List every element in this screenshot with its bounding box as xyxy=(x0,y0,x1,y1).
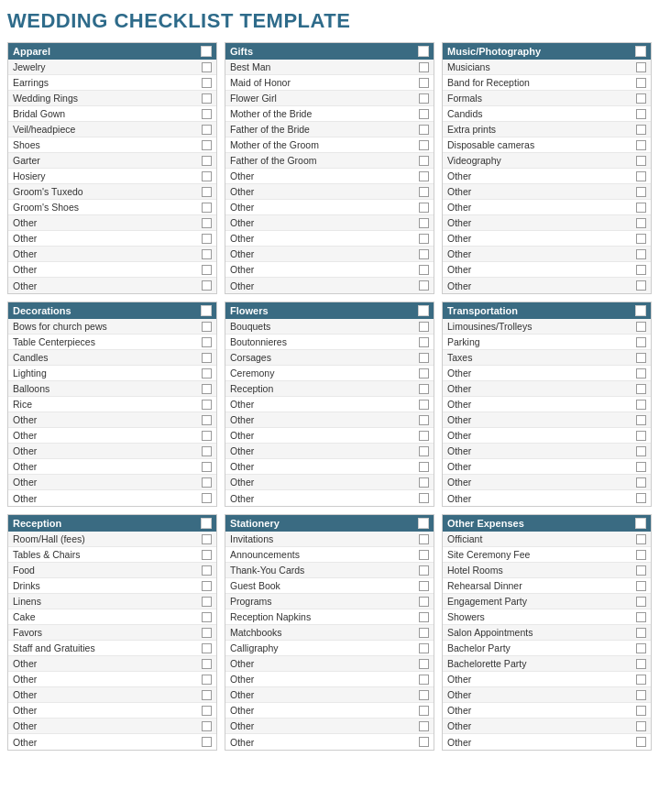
item-checkbox[interactable] xyxy=(419,477,429,488)
item-checkbox[interactable] xyxy=(202,125,212,135)
item-checkbox[interactable] xyxy=(202,384,212,394)
item-checkbox[interactable] xyxy=(202,93,212,104)
item-checkbox[interactable] xyxy=(419,415,429,425)
item-checkbox[interactable] xyxy=(202,400,212,410)
item-checkbox[interactable] xyxy=(202,187,212,197)
item-checkbox[interactable] xyxy=(419,550,429,560)
item-checkbox[interactable] xyxy=(419,628,429,638)
section-checkbox-reception[interactable] xyxy=(201,518,212,529)
item-checkbox[interactable] xyxy=(419,659,429,669)
section-checkbox-music-photography[interactable] xyxy=(635,46,646,57)
item-checkbox[interactable] xyxy=(202,171,212,181)
item-checkbox[interactable] xyxy=(636,353,646,363)
item-checkbox[interactable] xyxy=(636,265,646,275)
item-checkbox[interactable] xyxy=(419,140,429,150)
item-checkbox[interactable] xyxy=(202,534,212,544)
item-checkbox[interactable] xyxy=(419,337,429,347)
item-checkbox[interactable] xyxy=(636,218,646,228)
section-checkbox-flowers[interactable] xyxy=(418,305,429,316)
item-checkbox[interactable] xyxy=(636,322,646,332)
item-checkbox[interactable] xyxy=(202,628,212,638)
item-checkbox[interactable] xyxy=(636,597,646,607)
item-checkbox[interactable] xyxy=(419,62,429,72)
item-checkbox[interactable] xyxy=(636,415,646,425)
item-checkbox[interactable] xyxy=(419,462,429,472)
item-checkbox[interactable] xyxy=(636,156,646,166)
item-checkbox[interactable] xyxy=(636,643,646,653)
item-checkbox[interactable] xyxy=(636,171,646,181)
item-checkbox[interactable] xyxy=(636,706,646,716)
section-checkbox-stationery[interactable] xyxy=(418,518,429,529)
item-checkbox[interactable] xyxy=(419,109,429,119)
item-checkbox[interactable] xyxy=(202,140,212,150)
item-checkbox[interactable] xyxy=(636,109,646,119)
section-checkbox-apparel[interactable] xyxy=(201,46,212,57)
item-checkbox[interactable] xyxy=(636,659,646,669)
item-checkbox[interactable] xyxy=(419,446,429,456)
item-checkbox[interactable] xyxy=(419,203,429,213)
item-checkbox[interactable] xyxy=(636,493,646,503)
item-checkbox[interactable] xyxy=(419,125,429,135)
item-checkbox[interactable] xyxy=(636,446,646,456)
item-checkbox[interactable] xyxy=(202,280,212,291)
item-checkbox[interactable] xyxy=(636,140,646,150)
item-checkbox[interactable] xyxy=(419,322,429,332)
item-checkbox[interactable] xyxy=(419,280,429,291)
item-checkbox[interactable] xyxy=(419,187,429,197)
item-checkbox[interactable] xyxy=(419,265,429,275)
item-checkbox[interactable] xyxy=(419,93,429,104)
item-checkbox[interactable] xyxy=(202,62,212,72)
item-checkbox[interactable] xyxy=(636,721,646,731)
item-checkbox[interactable] xyxy=(636,125,646,135)
item-checkbox[interactable] xyxy=(636,612,646,622)
item-checkbox[interactable] xyxy=(202,368,212,379)
item-checkbox[interactable] xyxy=(202,612,212,622)
item-checkbox[interactable] xyxy=(202,156,212,166)
item-checkbox[interactable] xyxy=(202,659,212,669)
item-checkbox[interactable] xyxy=(419,234,429,244)
item-checkbox[interactable] xyxy=(202,203,212,213)
item-checkbox[interactable] xyxy=(202,322,212,332)
item-checkbox[interactable] xyxy=(202,643,212,653)
section-checkbox-gifts[interactable] xyxy=(418,46,429,57)
item-checkbox[interactable] xyxy=(636,368,646,379)
item-checkbox[interactable] xyxy=(419,218,429,228)
item-checkbox[interactable] xyxy=(636,187,646,197)
item-checkbox[interactable] xyxy=(636,690,646,700)
item-checkbox[interactable] xyxy=(636,628,646,638)
item-checkbox[interactable] xyxy=(419,706,429,716)
item-checkbox[interactable] xyxy=(636,737,646,747)
item-checkbox[interactable] xyxy=(419,400,429,410)
item-checkbox[interactable] xyxy=(419,171,429,181)
item-checkbox[interactable] xyxy=(202,737,212,747)
item-checkbox[interactable] xyxy=(202,353,212,363)
item-checkbox[interactable] xyxy=(202,565,212,576)
item-checkbox[interactable] xyxy=(636,565,646,576)
item-checkbox[interactable] xyxy=(636,93,646,104)
item-checkbox[interactable] xyxy=(636,337,646,347)
item-checkbox[interactable] xyxy=(636,675,646,685)
item-checkbox[interactable] xyxy=(202,690,212,700)
item-checkbox[interactable] xyxy=(636,581,646,591)
item-checkbox[interactable] xyxy=(636,534,646,544)
item-checkbox[interactable] xyxy=(419,737,429,747)
item-checkbox[interactable] xyxy=(202,721,212,731)
item-checkbox[interactable] xyxy=(636,477,646,488)
section-checkbox-decorations[interactable] xyxy=(201,305,212,316)
item-checkbox[interactable] xyxy=(419,721,429,731)
item-checkbox[interactable] xyxy=(202,109,212,119)
item-checkbox[interactable] xyxy=(636,462,646,472)
item-checkbox[interactable] xyxy=(202,581,212,591)
item-checkbox[interactable] xyxy=(636,249,646,259)
item-checkbox[interactable] xyxy=(202,337,212,347)
item-checkbox[interactable] xyxy=(419,493,429,503)
item-checkbox[interactable] xyxy=(419,368,429,379)
item-checkbox[interactable] xyxy=(419,675,429,685)
item-checkbox[interactable] xyxy=(202,415,212,425)
item-checkbox[interactable] xyxy=(202,249,212,259)
item-checkbox[interactable] xyxy=(202,78,212,88)
item-checkbox[interactable] xyxy=(636,400,646,410)
item-checkbox[interactable] xyxy=(636,234,646,244)
item-checkbox[interactable] xyxy=(202,462,212,472)
item-checkbox[interactable] xyxy=(202,550,212,560)
